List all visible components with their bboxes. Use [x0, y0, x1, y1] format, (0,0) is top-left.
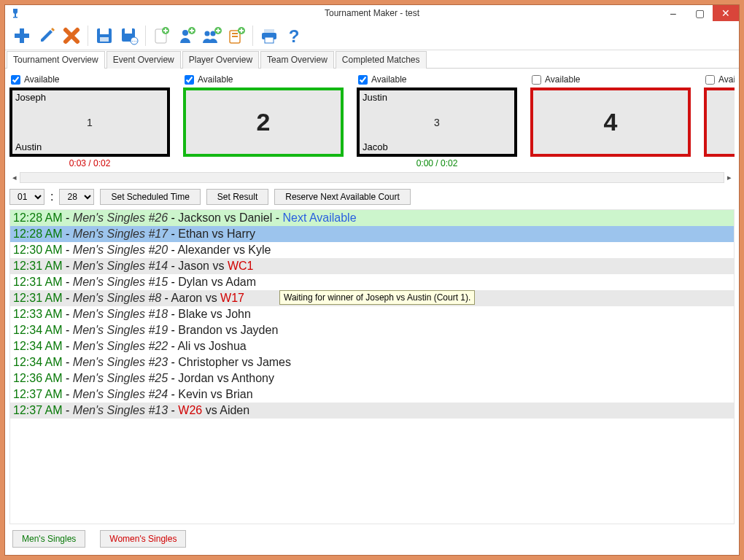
add-match-icon[interactable]	[224, 23, 249, 48]
print-icon[interactable]	[257, 23, 282, 48]
match-row[interactable]: 12:37 AM - Men's Singles #24 - Kevin vs …	[10, 386, 734, 402]
scrollbar-track[interactable]	[20, 172, 724, 183]
time-colon: :	[50, 190, 53, 203]
scroll-left-icon[interactable]: ◂	[9, 173, 20, 182]
court-player-bottom: Jacob	[363, 141, 388, 152]
svg-text:⋯: ⋯	[131, 38, 137, 44]
match-time: 12:28 AM	[13, 211, 63, 224]
available-label: Available	[718, 74, 735, 85]
available-checkbox[interactable]: Available	[357, 73, 517, 88]
match-row[interactable]: 12:33 AM - Men's Singles #18 - Blake vs …	[10, 306, 734, 322]
maximize-button[interactable]: ▢	[686, 5, 713, 21]
match-time: 12:31 AM	[13, 260, 63, 272]
match-row[interactable]: 12:37 AM - Men's Singles #13 - W26 vs Ai…	[10, 402, 734, 419]
court-number: 1	[87, 117, 93, 128]
court-timer: 0:00 / 0:02	[357, 158, 517, 169]
court-number: 4	[604, 108, 618, 136]
scroll-right-icon[interactable]: ▸	[724, 173, 735, 182]
match-row[interactable]: 12:30 AM - Men's Singles #20 - Alexander…	[10, 242, 734, 258]
court-block: Available4	[530, 73, 691, 169]
court-player-top: Justin	[363, 92, 387, 103]
match-list[interactable]: 12:28 AM - Men's Singles #26 - Jackson v…	[9, 209, 735, 524]
womens-singles-chip[interactable]: Women's Singles	[100, 530, 186, 548]
match-event: Men's Singles #26	[73, 211, 168, 224]
tab-team-overview[interactable]: Team Overview	[260, 51, 334, 69]
next-available-label: Next Available	[282, 211, 356, 224]
hour-select[interactable]: 01	[9, 189, 44, 205]
new-icon[interactable]	[9, 23, 34, 48]
save-as-icon[interactable]: ⋯	[117, 23, 142, 48]
match-row[interactable]: 12:34 AM - Men's Singles #22 - Ali vs Jo…	[10, 338, 734, 354]
match-vs: Aaron vs	[171, 292, 221, 304]
edit-icon[interactable]	[34, 23, 59, 48]
match-event: Men's Singles #22	[73, 340, 168, 352]
available-label: Available	[24, 74, 59, 85]
available-checkbox[interactable]: Available	[530, 73, 691, 88]
match-time: 12:37 AM	[13, 404, 63, 416]
set-scheduled-time-button[interactable]: Set Scheduled Time	[100, 189, 200, 205]
court[interactable]: JustinJacob3	[357, 88, 517, 157]
delete-icon[interactable]	[59, 23, 84, 48]
match-vs: Ali vs Joshua	[177, 340, 246, 352]
match-row[interactable]: 12:28 AM - Men's Singles #17 - Ethan vs …	[10, 226, 734, 242]
court-block: Available2	[183, 73, 344, 169]
svg-point-13	[182, 30, 188, 36]
window-title: Tournament Maker - test	[5, 8, 739, 18]
match-row[interactable]: 12:36 AM - Men's Singles #25 - Jordan vs…	[10, 370, 734, 386]
courts-scrollbar[interactable]: ◂ ▸	[9, 172, 735, 183]
court-player-top: Joseph	[15, 92, 46, 103]
match-event: Men's Singles #20	[73, 244, 168, 256]
match-row[interactable]: 12:34 AM - Men's Singles #19 - Brandon v…	[10, 322, 734, 338]
match-event: Men's Singles #19	[73, 324, 168, 336]
tab-event-overview[interactable]: Event Overview	[106, 51, 181, 69]
close-button[interactable]: ✕	[713, 5, 739, 21]
available-checkbox[interactable]: Available	[704, 73, 735, 88]
save-icon[interactable]	[92, 23, 117, 48]
svg-text:?: ?	[289, 26, 300, 45]
set-result-button[interactable]: Set Result	[206, 189, 268, 205]
tab-player-overview[interactable]: Player Overview	[182, 51, 259, 69]
app-icon	[9, 7, 21, 19]
available-checkbox-input[interactable]	[185, 75, 194, 85]
match-vs: Alexander vs Kyle	[177, 244, 271, 256]
court-block: Available	[704, 73, 735, 169]
court[interactable]: 4	[530, 88, 691, 157]
new-doc-icon[interactable]	[150, 23, 174, 48]
mens-singles-chip[interactable]: Men's Singles	[12, 530, 85, 548]
available-checkbox[interactable]: Available	[9, 73, 170, 88]
match-warn: WC1	[228, 260, 254, 272]
add-player-icon[interactable]	[174, 23, 199, 48]
court-timer	[704, 158, 735, 169]
match-row[interactable]: 12:31 AM - Men's Singles #15 - Dylan vs …	[10, 274, 734, 290]
event-filter-row: Men's Singles Women's Singles	[9, 524, 735, 548]
court[interactable]: JosephAustin1	[9, 88, 170, 157]
match-row[interactable]: 12:34 AM - Men's Singles #23 - Christoph…	[10, 354, 734, 370]
svg-rect-24	[265, 37, 274, 43]
match-vs: Christopher vs James	[178, 356, 291, 368]
tab-completed-matches[interactable]: Completed Matches	[336, 51, 427, 69]
reserve-next-court-button[interactable]: Reserve Next Available Court	[274, 189, 411, 205]
match-vs: Brandon vs Jayden	[178, 324, 278, 336]
court[interactable]	[704, 88, 735, 157]
match-time: 12:31 AM	[13, 276, 63, 288]
svg-rect-22	[264, 29, 274, 33]
minimize-button[interactable]: –	[660, 5, 686, 21]
match-row[interactable]: 12:31 AM - Men's Singles #14 - Jason vs …	[10, 258, 734, 274]
match-warn: W17	[220, 292, 244, 304]
available-checkbox-input[interactable]	[11, 75, 20, 85]
help-icon[interactable]: ?	[282, 23, 306, 48]
tab-tournament-overview[interactable]: Tournament Overview	[7, 51, 105, 69]
separator	[88, 26, 88, 46]
available-checkbox-input[interactable]	[705, 75, 715, 85]
svg-rect-8	[125, 28, 132, 34]
add-team-icon[interactable]	[199, 23, 224, 48]
available-checkbox[interactable]: Available	[183, 73, 344, 88]
match-event: Men's Singles #25	[73, 372, 168, 384]
match-event: Men's Singles #8	[73, 292, 161, 304]
available-checkbox-input[interactable]	[358, 75, 368, 85]
minute-select[interactable]: 28	[59, 189, 94, 205]
match-row[interactable]: 12:28 AM - Men's Singles #26 - Jackson v…	[10, 210, 734, 226]
available-checkbox-input[interactable]	[532, 75, 541, 85]
court[interactable]: 2	[183, 88, 344, 157]
match-vs: Jason vs	[178, 260, 228, 272]
